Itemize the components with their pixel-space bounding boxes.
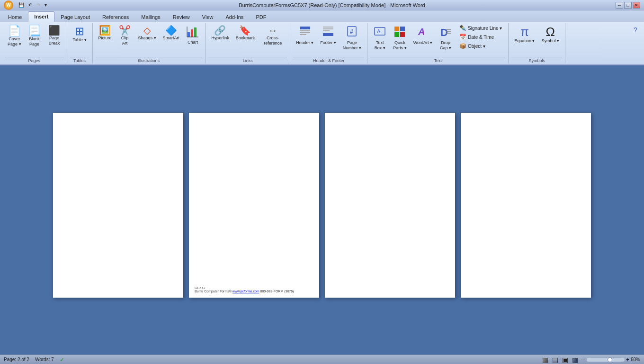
svg-text:D: D [440, 27, 448, 38]
page-break-button[interactable]: ⬛ PageBreak [45, 24, 64, 48]
group-header-footer: Header ▾ Footer ▾ [290, 23, 367, 64]
cover-page-label: CoverPage ▾ [8, 36, 21, 47]
drop-cap-icon: D [439, 26, 452, 40]
zoom-slider[interactable] [587, 358, 625, 362]
shapes-icon: ◇ [143, 26, 151, 35]
links-group-label: Links [208, 57, 287, 64]
svg-rect-9 [323, 27, 333, 27]
footer-link[interactable]: www.pcforms.com [233, 290, 259, 293]
ribbon: Home Insert Page Layout References Maili… [0, 10, 644, 65]
svg-rect-18 [400, 27, 405, 31]
tab-references[interactable]: References [96, 11, 135, 22]
text-box-button[interactable]: A TextBox ▾ [370, 24, 389, 53]
status-left: Page: 2 of 2 Words: 7 ✓ [4, 356, 64, 363]
page-number-icon: # [346, 26, 358, 40]
tables-group-label: Tables [70, 57, 89, 64]
page-break-icon: ⬛ [48, 26, 60, 35]
svg-rect-10 [323, 28, 333, 29]
page-3 [325, 113, 455, 298]
illustrations-group-label: Illustrations [96, 57, 203, 64]
minimize-button[interactable]: ─ [616, 2, 623, 9]
picture-label: Picture [98, 36, 112, 41]
tab-insert[interactable]: Insert [28, 11, 54, 22]
svg-text:A: A [418, 27, 425, 37]
tab-mailings[interactable]: Mailings [135, 11, 166, 22]
date-time-label: Date & Time [468, 35, 494, 40]
symbols-items: π Equation ▾ Ω Symbol ▾ [511, 23, 562, 57]
clip-art-button[interactable]: ✂️ ClipArt [116, 24, 134, 48]
zoom-out-btn[interactable]: ─ [581, 356, 585, 363]
tab-home[interactable]: Home [2, 11, 28, 22]
header-footer-items: Header ▾ Footer ▾ [293, 23, 364, 57]
help-button[interactable]: ? [631, 25, 640, 35]
zoom-thumb [608, 357, 612, 362]
word-art-button[interactable]: A WordArt ▾ [411, 24, 435, 53]
view-print-btn[interactable]: ▣ [561, 356, 569, 364]
status-right: ▦ ▤ ▣ ▥ ─ + 60% [541, 356, 640, 364]
redo-quick-btn[interactable]: ↷ [35, 2, 42, 8]
tab-add-ins[interactable]: Add-Ins [219, 11, 250, 22]
window-title: BurrisComputerFormsGC5X7 (Read-Only) [Co… [48, 2, 616, 8]
table-icon: ⊞ [75, 26, 84, 37]
view-reading-btn[interactable]: ▥ [571, 356, 579, 364]
view-web-btn[interactable]: ▤ [551, 356, 559, 364]
svg-rect-6 [300, 30, 310, 31]
drop-cap-button[interactable]: D DropCap ▾ [436, 24, 455, 53]
object-icon: 📦 [459, 43, 466, 49]
shapes-button[interactable]: ◇ Shapes ▾ [135, 24, 159, 43]
page-2-footer: GC5X7 Burris Computer Forms® www.pcforms… [195, 286, 313, 293]
page-2-content: GC5X7 Burris Computer Forms® www.pcforms… [189, 113, 319, 298]
office-logo: W [4, 0, 13, 10]
customize-quick-btn[interactable]: ▾ [43, 2, 48, 8]
group-text: A TextBox ▾ [367, 23, 509, 64]
date-time-button[interactable]: 📅 Date & Time [457, 33, 504, 41]
page-number-button[interactable]: # PageNumber ▾ [340, 24, 365, 53]
illustrations-items: 🖼️ Picture ✂️ ClipArt ◇ Shapes ▾ 🔷 Smart… [96, 23, 203, 57]
quick-parts-button[interactable]: QuickParts ▾ [390, 24, 410, 53]
page-4 [461, 113, 591, 298]
maximize-button[interactable]: □ [624, 2, 632, 9]
tab-review[interactable]: Review [167, 11, 196, 22]
chart-icon [187, 26, 199, 39]
blank-page-label: BlankPage [29, 36, 40, 47]
chart-button[interactable]: Chart [183, 24, 202, 47]
table-button[interactable]: ⊞ Table ▾ [70, 24, 89, 45]
page-1-content [53, 113, 183, 298]
svg-rect-1 [191, 29, 193, 37]
smart-art-icon: 🔷 [165, 26, 177, 35]
save-quick-btn[interactable]: 💾 [17, 2, 26, 8]
header-icon [299, 26, 311, 40]
close-button[interactable]: ✕ [633, 2, 640, 9]
blank-page-button[interactable]: 📃 BlankPage [25, 24, 44, 49]
word-count: Words: 7 [35, 357, 54, 362]
zoom-in-btn[interactable]: + [626, 356, 629, 363]
tab-view[interactable]: View [196, 11, 220, 22]
equation-button[interactable]: π Equation ▾ [511, 24, 537, 46]
picture-button[interactable]: 🖼️ Picture [96, 24, 115, 43]
tab-pdf[interactable]: PDF [250, 11, 272, 22]
cross-reference-button[interactable]: ↔️ Cross-reference [259, 24, 287, 48]
page-1 [53, 113, 183, 298]
undo-quick-btn[interactable]: ↶ [27, 2, 34, 8]
bookmark-button[interactable]: 🔖 Bookmark [233, 24, 258, 43]
view-normal-btn[interactable]: ▦ [541, 356, 549, 364]
zoom-level[interactable]: 60% [631, 357, 640, 362]
header-button[interactable]: Header ▾ [293, 24, 316, 47]
signature-line-button[interactable]: ✒️ Signature Line ▾ [457, 24, 504, 32]
svg-rect-11 [323, 30, 330, 31]
smart-art-button[interactable]: 🔷 SmartArt [160, 24, 183, 43]
object-button[interactable]: 📦 Object ▾ [457, 42, 504, 50]
group-pages: 📄 CoverPage ▾ 📃 BlankPage ⬛ PageBreak Pa… [2, 23, 67, 64]
spell-check-icon[interactable]: ✓ [60, 356, 64, 363]
svg-text:A: A [377, 28, 381, 34]
hyperlink-button[interactable]: 🔗 Hyperlink [208, 24, 232, 43]
word-art-label: WordArt ▾ [413, 40, 432, 46]
cover-page-button[interactable]: 📄 CoverPage ▾ [5, 24, 24, 49]
symbol-button[interactable]: Ω Symbol ▾ [538, 24, 562, 46]
text-box-label: TextBox ▾ [375, 40, 385, 51]
bookmark-icon: 🔖 [239, 26, 251, 35]
table-label: Table ▾ [73, 37, 87, 43]
tab-page-layout[interactable]: Page Layout [54, 11, 96, 22]
document-area: GC5X7 Burris Computer Forms® www.pcforms… [0, 65, 644, 345]
footer-button[interactable]: Footer ▾ [317, 24, 339, 47]
